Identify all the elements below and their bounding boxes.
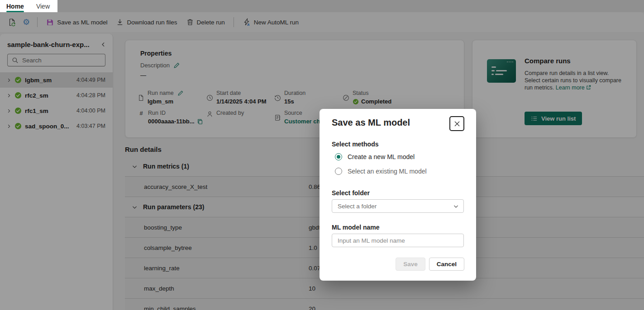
close-icon [454, 121, 460, 127]
select-folder-label: Select folder [332, 189, 370, 197]
ml-model-name-input[interactable] [332, 234, 464, 247]
close-dialog-button[interactable] [449, 116, 464, 131]
save-button[interactable]: Save [396, 258, 425, 271]
radio-existing-label: Select an existing ML model [348, 168, 427, 175]
radio-select-existing-ml-model[interactable]: Select an existing ML model [335, 168, 427, 175]
cancel-button[interactable]: Cancel [429, 258, 464, 271]
ribbon-tabs: Home View [0, 0, 57, 12]
save-as-ml-model-dialog: Save as ML model Select methods Create a… [320, 109, 476, 281]
chevron-down-icon [453, 203, 459, 209]
tab-view[interactable]: View [36, 0, 50, 12]
select-methods-label: Select methods [332, 141, 378, 148]
radio-create-label: Create a new ML model [348, 153, 415, 160]
dialog-title: Save as ML model [332, 117, 410, 128]
folder-dropdown[interactable]: Select a folder [332, 199, 464, 213]
radio-create-new-ml-model[interactable]: Create a new ML model [335, 153, 415, 160]
folder-dropdown-value: Select a folder [338, 203, 453, 210]
tab-home[interactable]: Home [6, 0, 24, 12]
radio-unselected-icon[interactable] [335, 168, 342, 175]
radio-selected-icon[interactable] [335, 153, 342, 160]
ml-model-name-label: ML model name [332, 224, 380, 231]
